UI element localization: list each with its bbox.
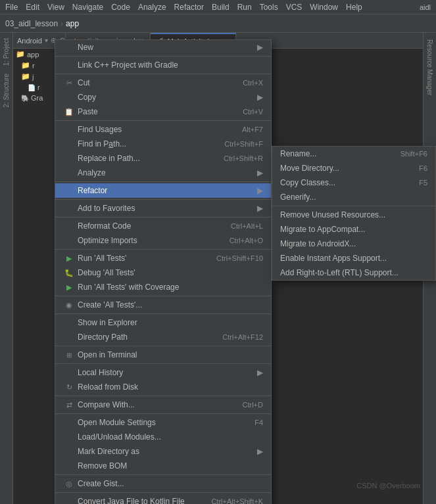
submenu-arrow-icon: ▶ — [257, 93, 263, 102]
menu-edit[interactable]: Edit — [26, 3, 39, 12]
menu-tools[interactable]: Tools — [260, 3, 278, 12]
menu-mark-directory[interactable]: Mark Directory as ▶ — [55, 444, 271, 459]
menu-divider — [55, 120, 271, 121]
menu-divider — [55, 296, 271, 296]
menu-analyze[interactable]: Analyze ▶ — [55, 166, 271, 180]
terminal-icon: ⊞ — [63, 352, 75, 359]
menu-open-terminal[interactable]: ⊞ Open in Terminal — [55, 348, 271, 362]
menu-navigate[interactable]: Navigate — [72, 3, 103, 12]
submenu-add-rtl[interactable]: Add Right-to-Left (RTL) Support... — [272, 265, 435, 280]
menu-vcs[interactable]: VCS — [286, 3, 303, 12]
menu-new[interactable]: New ▶ — [55, 40, 271, 55]
menu-view[interactable]: View — [47, 3, 64, 12]
menu-divider — [55, 56, 271, 57]
menu-help[interactable]: Help — [346, 3, 362, 12]
menu-create-all-tests[interactable]: ◉ Create 'All Tests'... — [55, 298, 271, 312]
menu-label: Show in Explorer — [78, 318, 137, 327]
menu-divider — [55, 363, 271, 364]
breadcrumb: 03_aidl_lesson › app — [5, 19, 79, 28]
folder-icon: 📁 — [21, 72, 30, 81]
menu-reformat[interactable]: Reformat Code Ctrl+Alt+L — [55, 219, 271, 233]
submenu-label: Enable Instant Apps Support... — [280, 254, 387, 263]
menu-label: Create Gist... — [78, 479, 124, 488]
menu-replace-in-path[interactable]: Replace in Path... Ctrl+Shift+R — [55, 151, 271, 166]
menu-divider — [55, 249, 271, 250]
submenu-move-directory[interactable]: Move Directory... F6 — [272, 161, 435, 175]
left-sidebar-tabs: 1: Project 2: Structure — [0, 33, 13, 504]
menu-paste[interactable]: 📋 Paste Ctrl+V — [55, 104, 271, 119]
submenu-arrow-icon: ▶ — [257, 186, 263, 195]
menu-refactor[interactable]: Refactor — [174, 3, 204, 12]
folder-icon: 📁 — [21, 61, 30, 70]
sidebar-item-structure[interactable]: 2: Structure — [1, 71, 11, 110]
menu-analyze[interactable]: Analyze — [138, 3, 166, 12]
sidebar-item-project[interactable]: 1: Project — [1, 35, 11, 68]
menu-label: Reformat Code — [78, 221, 131, 231]
menu-shortcut: Ctrl+Alt+Shift+K — [211, 497, 263, 504]
menu-label: Convert Java File to Kotlin File — [78, 497, 185, 504]
menu-shortcut: Ctrl+Shift+F10 — [216, 254, 263, 262]
submenu-rename[interactable]: Rename... Shift+F6 — [272, 147, 435, 161]
menu-convert-java-kotlin[interactable]: Convert Java File to Kotlin File Ctrl+Al… — [55, 494, 271, 504]
submenu-migrate-androidx[interactable]: Migrate to AndroidX... — [272, 237, 435, 251]
menu-window[interactable]: Window — [310, 3, 338, 12]
menu-remove-bom[interactable]: Remove BOM — [55, 459, 271, 473]
menu-run[interactable]: Run — [237, 3, 252, 12]
menu-file[interactable]: File — [5, 3, 18, 12]
submenu-arrow-icon: ▶ — [257, 168, 263, 177]
title-right: aidl — [420, 3, 431, 11]
breadcrumb-project[interactable]: 03_aidl_lesson — [5, 19, 58, 28]
submenu-migrate-appcompat[interactable]: Migrate to AppCompat... — [272, 222, 435, 237]
reload-icon: ↻ — [63, 383, 75, 392]
menu-bar[interactable]: File Edit View Navigate Code Analyze Ref… — [5, 3, 362, 12]
menu-shortcut: Alt+F7 — [242, 126, 263, 133]
breadcrumb-app[interactable]: app — [66, 19, 79, 28]
menu-create-gist[interactable]: ◎ Create Gist... — [55, 476, 271, 491]
menu-code[interactable]: Code — [111, 3, 130, 12]
menu-divider — [55, 74, 271, 74]
cut-icon: ✂ — [63, 79, 75, 87]
submenu-arrow-icon: ▶ — [257, 43, 263, 52]
menu-directory-path[interactable]: Directory Path Ctrl+Alt+F12 — [55, 330, 271, 344]
menu-add-favorites[interactable]: Add to Favorites ▶ — [55, 201, 271, 216]
submenu-arrow-icon: ▶ — [257, 447, 263, 456]
folder-icon: 📁 — [16, 50, 25, 58]
submenu-copy-classes[interactable]: Copy Classes... F5 — [272, 175, 435, 190]
menu-compare-with[interactable]: ⇄ Compare With... Ctrl+D — [55, 398, 271, 412]
menu-reload[interactable]: ↻ Reload from Disk — [55, 380, 271, 394]
menu-run-all-tests[interactable]: ▶ Run 'All Tests' Ctrl+Shift+F10 — [55, 251, 271, 265]
menu-optimize-imports[interactable]: Optimize Imports Ctrl+Alt+O — [55, 233, 271, 248]
menu-run-with-coverage[interactable]: ▶ Run 'All Tests' with Coverage — [55, 280, 271, 294]
menu-copy[interactable]: Copy ▶ — [55, 90, 271, 104]
menu-cut[interactable]: ✂ Cut Ctrl+X — [55, 76, 271, 90]
menu-divider — [55, 474, 271, 475]
menu-show-explorer[interactable]: Show in Explorer — [55, 315, 271, 330]
menu-divider — [55, 413, 271, 414]
menu-find-in-path[interactable]: Find in Path... Ctrl+Shift+F — [55, 137, 271, 151]
toolbar: 03_aidl_lesson › app — [0, 14, 436, 33]
menu-divider — [55, 313, 271, 314]
sidebar-item-resource-manager[interactable]: Resource Manager — [425, 35, 435, 99]
panel-dropdown-icon[interactable]: ▾ — [45, 37, 48, 44]
submenu-remove-unused[interactable]: Remove Unused Resources... — [272, 208, 435, 222]
submenu-label: Generify... — [280, 193, 316, 202]
menu-local-history[interactable]: Local History ▶ — [55, 365, 271, 380]
menu-label: Link C++ Project with Gradle — [78, 60, 178, 70]
submenu-enable-instant-apps[interactable]: Enable Instant Apps Support... — [272, 251, 435, 265]
menu-refactor[interactable]: Refactor ▶ — [55, 183, 271, 198]
menu-divider — [55, 396, 271, 396]
menu-load-modules[interactable]: Load/Unload Modules... — [55, 430, 271, 444]
menu-label: Directory Path — [78, 332, 128, 342]
menu-shortcut: Ctrl+Shift+F — [224, 140, 263, 148]
coverage-icon: ▶ — [63, 283, 75, 292]
menu-module-settings[interactable]: Open Module Settings F4 — [55, 415, 271, 430]
menu-label: Create 'All Tests'... — [78, 300, 142, 309]
submenu-arrow-icon: ▶ — [257, 368, 263, 377]
menu-link-cpp[interactable]: Link C++ Project with Gradle — [55, 58, 271, 72]
submenu-generify[interactable]: Generify... — [272, 190, 435, 204]
menu-debug-all-tests[interactable]: 🐛 Debug 'All Tests' — [55, 265, 271, 280]
menu-find-usages[interactable]: Find Usages Alt+F7 — [55, 122, 271, 137]
menu-label: Open Module Settings — [78, 418, 156, 427]
menu-divider — [55, 199, 271, 200]
menu-build[interactable]: Build — [212, 3, 230, 12]
